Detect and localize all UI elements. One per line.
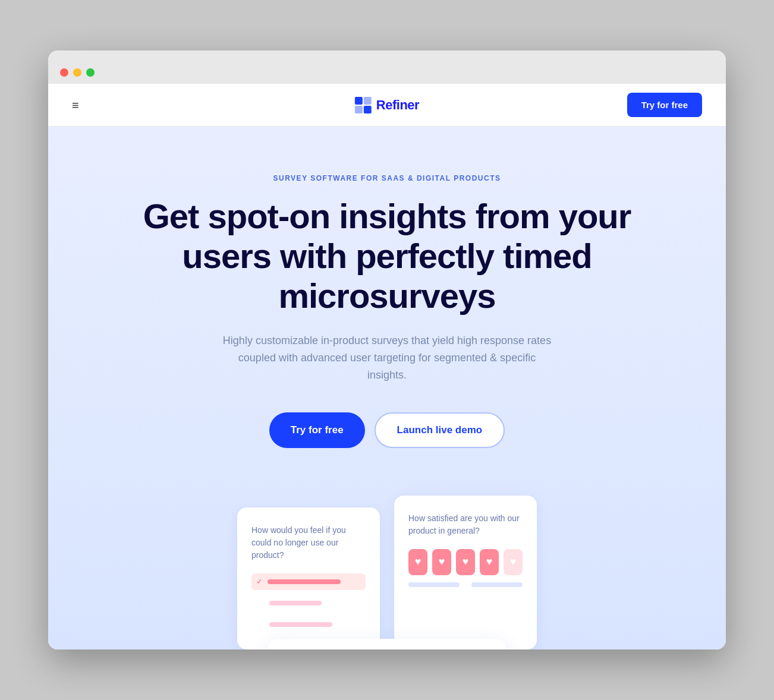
svg-rect-0 xyxy=(355,97,363,105)
check-icon: ✓ xyxy=(256,577,263,586)
nav-logo-text: Refiner xyxy=(376,97,419,113)
rating-card-question: How satisfied are you with our product i… xyxy=(408,512,523,537)
rating-label-left xyxy=(408,582,460,587)
pmf-bar-1 xyxy=(268,579,341,584)
hero-buttons: Try for free Launch live demo xyxy=(72,412,702,448)
survey-cards-container: How would you feel if you could no longe… xyxy=(72,496,702,649)
nav-cta-button[interactable]: Try for free xyxy=(627,93,702,117)
close-button[interactable] xyxy=(60,68,68,77)
pmf-option-3[interactable] xyxy=(251,616,366,633)
minimize-button[interactable] xyxy=(73,68,81,77)
browser-chrome xyxy=(48,51,726,84)
pmf-card-question: How would you feel if you could no longe… xyxy=(251,524,366,562)
nav-logo: Refiner xyxy=(355,97,419,113)
heart-5[interactable]: ♥ xyxy=(504,549,523,575)
hero-demo-button[interactable]: Launch live demo xyxy=(375,412,505,448)
pmf-survey-card: How would you feel if you could no longe… xyxy=(237,507,380,649)
hero-headline: Get spot-on insights from your users wit… xyxy=(125,197,649,316)
hero-subtext: Highly customizable in-product surveys t… xyxy=(221,332,553,383)
hamburger-menu-icon[interactable]: ≡ xyxy=(72,99,79,111)
hero-try-free-button[interactable]: Try for free xyxy=(269,412,365,448)
pmf-option-selected[interactable]: ✓ xyxy=(251,573,366,590)
heart-1[interactable]: ♥ xyxy=(408,549,427,575)
heart-2[interactable]: ♥ xyxy=(432,549,451,575)
browser-window: ≡ Refiner Try for free SURVEY SOFTWARE F… xyxy=(48,51,726,649)
rating-hearts: ♥ ♥ ♥ ♥ ♥ xyxy=(408,549,523,575)
browser-content: ≡ Refiner Try for free SURVEY SOFTWARE F… xyxy=(48,84,726,649)
pmf-option-2[interactable] xyxy=(251,595,366,611)
nps-survey-card: How likely are you to recommend our serv… xyxy=(268,639,506,649)
maximize-button[interactable] xyxy=(86,68,95,77)
svg-rect-1 xyxy=(364,97,372,105)
pmf-bar-3 xyxy=(269,622,332,627)
navigation: ≡ Refiner Try for free xyxy=(48,84,726,127)
refiner-logo-icon xyxy=(355,97,372,113)
hero-section: SURVEY SOFTWARE FOR SAAS & DIGITAL PRODU… xyxy=(48,127,726,649)
rating-labels xyxy=(408,582,523,587)
rating-label-right xyxy=(471,582,523,587)
svg-rect-2 xyxy=(355,106,363,113)
pmf-bar-2 xyxy=(269,601,322,606)
hero-tag: SURVEY SOFTWARE FOR SAAS & DIGITAL PRODU… xyxy=(72,174,702,182)
heart-3[interactable]: ♥ xyxy=(456,549,475,575)
svg-rect-3 xyxy=(364,106,372,113)
rating-survey-card: How satisfied are you with our product i… xyxy=(394,496,537,649)
heart-4[interactable]: ♥ xyxy=(480,549,499,575)
pmf-options: ✓ xyxy=(251,573,366,633)
